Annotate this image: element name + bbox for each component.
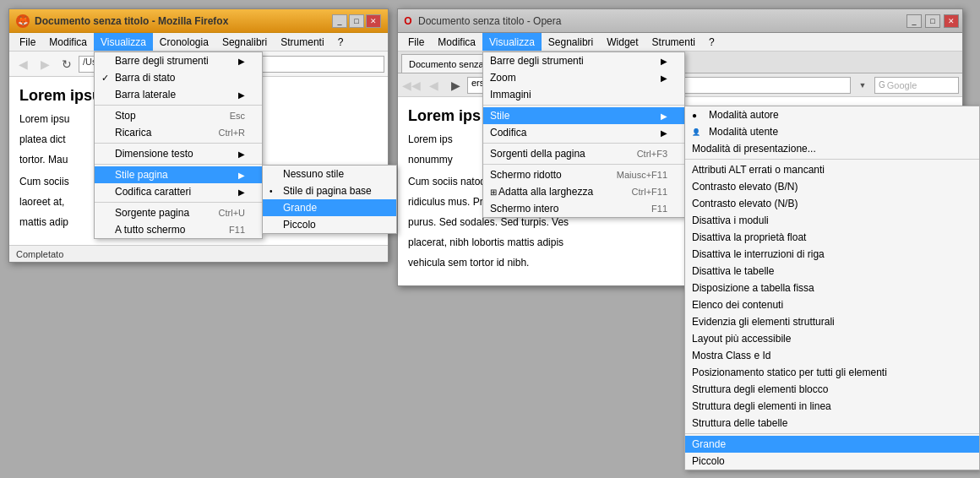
sep-2 — [95, 143, 262, 144]
opera-sm-modalita-presentazione[interactable]: Modalità di presentazione... — [685, 140, 979, 157]
opera-sm-struttura-linea[interactable]: Struttura degli elementi in linea — [685, 398, 979, 415]
firefox-window-controls: _ □ ✕ — [332, 14, 381, 28]
opera-dd-stile[interactable]: Stile ▶ ● Modalità autore 👤 Modalità ute… — [483, 107, 684, 124]
opera-search-box[interactable]: G Google — [874, 77, 959, 94]
sm-stile-base[interactable]: • Stile di pagina base — [263, 182, 396, 199]
opera-stile-sep-2 — [685, 433, 979, 434]
opera-sep-3 — [483, 164, 684, 165]
opera-sm-evidenzia[interactable]: Evidenzia gli elementi strutturali — [685, 313, 979, 330]
opera-forward[interactable]: ▶ — [445, 75, 466, 95]
opera-sm-mostra-class[interactable]: Mostra Class e Id — [685, 347, 979, 364]
opera-stile-submenu: ● Modalità autore 👤 Modalità utente Moda… — [684, 106, 980, 470]
opera-sm-modalita-utente[interactable]: 👤 Modalità utente — [685, 123, 979, 140]
dd-stop[interactable]: Stop Esc — [95, 107, 262, 124]
opera-menubar: File Modifica Visualizza Barre degli str… — [398, 33, 962, 52]
opera-sm-layout[interactable]: Layout più accessibile — [685, 330, 979, 347]
opera-menu-strumenti[interactable]: Strumenti — [645, 33, 702, 51]
opera-menu-visualizza[interactable]: Visualizza Barre degli strumenti ▶ Zoom … — [482, 33, 542, 51]
opera-dd-zoom[interactable]: Zoom ▶ — [483, 69, 684, 86]
minimize-button[interactable]: _ — [332, 14, 347, 28]
opera-sm-contrasto-bn[interactable]: Contrasto elevato (B/N) — [685, 178, 979, 195]
opera-menu-file[interactable]: File — [401, 33, 431, 51]
dd-barra-laterale[interactable]: Barra laterale ▶ — [95, 86, 262, 103]
opera-search-placeholder: Google — [887, 80, 917, 90]
opera-sm-disattiva-float[interactable]: Disattiva la proprietà float — [685, 229, 979, 246]
opera-address-go[interactable]: ▼ — [852, 75, 873, 95]
forward-button[interactable]: ▶ — [35, 54, 55, 74]
dd-tutto-schermo[interactable]: A tutto schermo F11 — [95, 221, 262, 238]
firefox-icon: 🦊 — [16, 14, 30, 28]
dd-dimensione-testo[interactable]: Dimensione testo ▶ — [95, 145, 262, 162]
opera-sm-struttura-tabelle[interactable]: Struttura delle tabelle — [685, 415, 979, 432]
dd-codifica-caratteri[interactable]: Codifica caratteri ▶ — [95, 183, 262, 200]
firefox-titlebar: 🦊 Documento senza titolo - Mozilla Firef… — [9, 9, 388, 33]
dd-sorgente[interactable]: Sorgente pagina Ctrl+U — [95, 204, 262, 221]
opera-menu-segnalibri[interactable]: Segnalibri — [542, 33, 600, 51]
dd-ricarica[interactable]: Ricarica Ctrl+R — [95, 124, 262, 141]
opera-sm-posizionamento[interactable]: Posizionamento statico per tutti gli ele… — [685, 364, 979, 381]
opera-titlebar: O Documento senza titolo - Opera _ □ ✕ — [398, 9, 962, 33]
sm-nessuno-stile[interactable]: Nessuno stile — [263, 166, 396, 182]
opera-sm-modalita-autore[interactable]: ● Modalità autore — [685, 106, 979, 123]
firefox-menubar: File Modifica Visualizza Barre degli str… — [9, 33, 388, 52]
opera-title: Documento senza titolo - Opera — [418, 15, 903, 27]
opera-menu-widget[interactable]: Widget — [600, 33, 645, 51]
opera-visualizza-dropdown: Barre degli strumenti ▶ Zoom ▶ Immagini … — [482, 52, 685, 218]
close-button[interactable]: ✕ — [366, 14, 381, 28]
back-button[interactable]: ◀ — [13, 54, 33, 74]
sm-piccolo[interactable]: Piccolo — [263, 216, 396, 233]
sm-grande[interactable]: Grande — [263, 199, 396, 216]
menu-segnalibri[interactable]: Segnalibri — [215, 33, 274, 51]
opera-back2[interactable]: ◀ — [423, 75, 444, 95]
opera-sm-piccolo[interactable]: Piccolo — [685, 453, 979, 470]
opera-stile-sep-1 — [685, 159, 979, 160]
opera-maximize[interactable]: □ — [925, 14, 940, 28]
maximize-button[interactable]: □ — [349, 14, 364, 28]
opera-menu-modifica[interactable]: Modifica — [431, 33, 482, 51]
opera-dd-barre[interactable]: Barre degli strumenti ▶ — [483, 52, 684, 69]
firefox-statusbar: Completato — [9, 245, 388, 262]
opera-window: O Documento senza titolo - Opera _ □ ✕ F… — [397, 8, 963, 286]
stile-pagina-submenu: Nessuno stile • Stile di pagina base Gra… — [262, 165, 397, 234]
firefox-title: Documento senza titolo - Mozilla Firefox — [35, 15, 327, 27]
dd-barre-strumenti[interactable]: Barre degli strumenti ▶ — [95, 52, 262, 69]
menu-cronologia[interactable]: Cronologia — [153, 33, 215, 51]
opera-sm-attributi-alt[interactable]: Attributi ALT errati o mancanti — [685, 161, 979, 178]
menu-file[interactable]: File — [13, 33, 42, 51]
menu-strumenti[interactable]: Strumenti — [274, 33, 330, 51]
opera-sm-disattiva-tabelle[interactable]: Disattiva le tabelle — [685, 263, 979, 280]
opera-sm-struttura-blocco[interactable]: Struttura degli elementi blocco — [685, 381, 979, 398]
opera-sm-disattiva-moduli[interactable]: Disattiva i moduli — [685, 212, 979, 229]
status-text: Completato — [16, 249, 63, 259]
opera-dd-immagini[interactable]: Immagini — [483, 86, 684, 103]
opera-sep-2 — [483, 143, 684, 144]
opera-dd-schermo-ridotto[interactable]: Schermo ridotto Maiusc+F11 — [483, 166, 684, 183]
firefox-window: 🦊 Documento senza titolo - Mozilla Firef… — [8, 8, 389, 263]
sep-1 — [95, 105, 262, 106]
opera-sm-contrasto-nb[interactable]: Contrasto elevato (N/B) — [685, 195, 979, 212]
opera-sep-1 — [483, 105, 684, 106]
opera-search-icon: G — [879, 80, 885, 90]
menu-modifica[interactable]: Modifica — [42, 33, 94, 51]
menu-visualizza[interactable]: Visualizza Barre degli strumenti ▶ ✓Barr… — [94, 33, 153, 51]
menu-help[interactable]: ? — [331, 33, 351, 51]
opera-back[interactable]: ◀◀ — [401, 75, 422, 95]
opera-icon: O — [401, 14, 415, 28]
dd-barra-stato[interactable]: ✓Barra di stato — [95, 69, 262, 86]
opera-sm-disposizione[interactable]: Disposizione a tabella fissa — [685, 280, 979, 296]
sep-3 — [95, 164, 262, 165]
opera-close[interactable]: ✕ — [944, 14, 959, 28]
dd-stile-pagina[interactable]: Stile pagina ▶ Nessuno stile • Stile di … — [95, 166, 262, 183]
opera-dd-sorgenti[interactable]: Sorgenti della pagina Ctrl+F3 — [483, 145, 684, 162]
opera-sm-disattiva-interruzioni[interactable]: Disattiva le interruzioni di riga — [685, 246, 979, 263]
sep-4 — [95, 202, 262, 203]
opera-minimize[interactable]: _ — [906, 14, 922, 28]
opera-menu-help[interactable]: ? — [702, 33, 721, 51]
opera-sm-elenco[interactable]: Elenco dei contenuti — [685, 296, 979, 313]
opera-dd-adatta[interactable]: ⊞Adatta alla larghezza Ctrl+F11 — [483, 183, 684, 200]
opera-dd-schermo-intero[interactable]: Schermo intero F11 — [483, 200, 684, 217]
reload-button[interactable]: ↻ — [57, 54, 77, 74]
opera-dd-codifica[interactable]: Codifica ▶ — [483, 124, 684, 141]
opera-sm-grande[interactable]: Grande — [685, 436, 979, 453]
visualizza-dropdown: Barre degli strumenti ▶ ✓Barra di stato … — [94, 52, 263, 239]
